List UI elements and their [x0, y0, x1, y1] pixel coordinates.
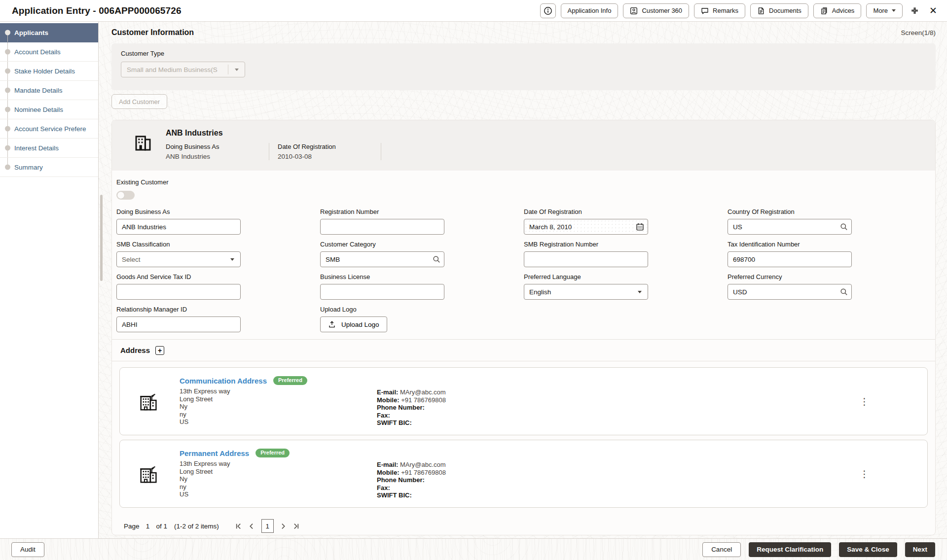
upload-logo-button[interactable]: Upload Logo — [320, 316, 387, 332]
kebab-menu-icon[interactable]: ⋮ — [860, 396, 869, 407]
registration-number-input[interactable] — [320, 219, 444, 235]
step-dot — [5, 126, 10, 132]
step-dot — [5, 165, 10, 170]
field-relationship-manager-id: Relationship Manager ID — [116, 306, 320, 332]
audit-button[interactable]: Audit — [11, 542, 44, 557]
goods-and-service-tax-id-input[interactable] — [116, 284, 241, 300]
customer-type-select[interactable]: Small and Medium Business(S — [121, 62, 245, 77]
titlebar: Application Entry - 006APP000065726 Appl… — [0, 0, 947, 22]
sidebar-item-stake-holder-details[interactable]: Stake Holder Details — [0, 62, 98, 81]
sidebar-item-nominee-details[interactable]: Nominee Details — [0, 100, 98, 119]
address-section: Address + Communication Address Preferre… — [112, 339, 935, 535]
customer-type-panel: Customer Type Small and Medium Business(… — [111, 43, 936, 90]
step-dot — [5, 49, 10, 55]
relationship-manager-id-input[interactable] — [116, 316, 241, 332]
customer-360-button[interactable]: Customer 360 — [623, 3, 689, 18]
search-icon[interactable] — [433, 255, 440, 263]
preferred-language-select[interactable]: English — [524, 284, 648, 300]
search-icon[interactable] — [840, 288, 848, 296]
close-window-button[interactable]: ✕ — [926, 4, 940, 18]
existing-customer-toggle[interactable] — [116, 191, 135, 200]
save-and-close-button[interactable]: Save & Close — [839, 542, 897, 557]
application-info-button[interactable]: Application Info — [561, 3, 619, 18]
first-page-button[interactable] — [233, 520, 246, 532]
close-icon: ✕ — [929, 6, 937, 15]
page-of-text: of 1 — [156, 523, 168, 530]
calendar-icon[interactable] — [636, 223, 644, 231]
step-dot — [5, 145, 10, 151]
address-title-link[interactable]: Communication Address — [180, 377, 267, 385]
chevron-down-icon — [230, 258, 234, 261]
smb-registration-number-input[interactable] — [524, 251, 648, 267]
info-button[interactable] — [540, 3, 556, 18]
cancel-button[interactable]: Cancel — [702, 542, 741, 557]
field-doing-business-as: Doing Business As — [116, 208, 320, 235]
customer-container: ANB Industries Doing Business As ANB Ind… — [111, 120, 936, 535]
field-upload-logo: Upload Logo Upload Logo — [320, 306, 524, 332]
upload-icon — [328, 320, 336, 328]
section-header: Customer Information Screen(1/8) — [111, 22, 936, 43]
person-icon — [630, 7, 638, 15]
request-clarification-button[interactable]: Request Clarification — [749, 542, 831, 557]
scrollbar-thumb[interactable] — [100, 195, 103, 281]
business-license-input[interactable] — [320, 284, 444, 300]
add-customer-button[interactable]: Add Customer — [111, 94, 167, 109]
toggle-knob — [117, 192, 124, 199]
page-number-input[interactable] — [140, 520, 156, 532]
documents-stack-icon — [820, 7, 828, 15]
step-dot — [5, 30, 10, 35]
window-title: Application Entry - 006APP000065726 — [12, 5, 182, 16]
sidebar-item-mandate-details[interactable]: Mandate Details — [0, 81, 98, 100]
field-customer-category: Customer Category — [320, 241, 524, 267]
customer-form: Existing Customer Doing Business As Regi… — [112, 171, 935, 332]
screen-indicator: Screen(1/8) — [901, 29, 936, 36]
doing-business-as-input[interactable] — [116, 219, 241, 235]
next-page-button[interactable] — [277, 520, 290, 532]
remarks-button[interactable]: Remarks — [694, 3, 745, 18]
sidebar-item-applicants[interactable]: Applicants — [0, 23, 98, 42]
field-preferred-currency: Preferred Currency — [728, 273, 931, 300]
kebab-menu-icon[interactable]: ⋮ — [860, 468, 869, 480]
more-button[interactable]: More — [866, 3, 903, 18]
preferred-badge: Preferred — [273, 376, 307, 385]
country-of-registration-input[interactable] — [728, 219, 852, 235]
summary-date-of-registration: Date Of Registration 2010-03-08 — [269, 143, 381, 160]
tax-identification-number-input[interactable] — [728, 251, 852, 267]
smb-classification-select[interactable]: Select — [116, 251, 241, 267]
sidebar-item-summary[interactable]: Summary — [0, 158, 98, 177]
previous-page-button[interactable] — [246, 520, 258, 532]
collapse-window-button[interactable] — [908, 4, 921, 18]
info-icon — [544, 6, 552, 15]
customer-summary-header: ANB Industries Doing Business As ANB Ind… — [112, 120, 935, 171]
search-icon[interactable] — [840, 223, 848, 231]
customer-category-input[interactable] — [320, 251, 444, 267]
page-title: Customer Information — [111, 28, 194, 37]
next-button[interactable]: Next — [905, 542, 935, 557]
step-dot — [5, 88, 10, 93]
chevron-down-icon — [235, 69, 239, 71]
sidebar-item-interest-details[interactable]: Interest Details — [0, 139, 98, 158]
address-contact-details: E-mail: MAry@abc.com Mobile: +91 7867698… — [377, 461, 446, 507]
restore-icon — [911, 6, 919, 15]
existing-customer-label: Existing Customer — [116, 178, 935, 186]
field-tax-identification-number: Tax Identification Number — [728, 241, 931, 267]
address-title-link[interactable]: Permanent Address — [180, 449, 249, 457]
building-antenna-icon — [138, 390, 160, 413]
customer-type-label: Customer Type — [121, 50, 926, 57]
stepper-sidebar: Applicants Account Details Stake Holder … — [0, 22, 99, 538]
documents-button[interactable]: Documents — [750, 3, 808, 18]
sidebar-item-account-service-preferences[interactable]: Account Service Prefere — [0, 119, 98, 139]
address-lines: 13th Express way Long Street Ny ny US — [180, 460, 377, 498]
preferred-currency-input[interactable] — [728, 284, 852, 300]
field-preferred-language: Preferred Language English — [524, 273, 728, 300]
add-address-button[interactable]: + — [155, 346, 164, 355]
sidebar-item-account-details[interactable]: Account Details — [0, 42, 98, 62]
chevron-down-icon — [892, 9, 896, 12]
advices-button[interactable]: Advices — [813, 3, 862, 18]
main-content: Customer Information Screen(1/8) Custome… — [99, 22, 947, 538]
current-page-indicator[interactable]: 1 — [261, 519, 274, 533]
page-range-text: (1-2 of 2 items) — [174, 523, 219, 530]
field-business-license: Business License — [320, 273, 524, 300]
date-of-registration-input[interactable] — [524, 219, 648, 235]
last-page-button[interactable] — [290, 520, 302, 532]
